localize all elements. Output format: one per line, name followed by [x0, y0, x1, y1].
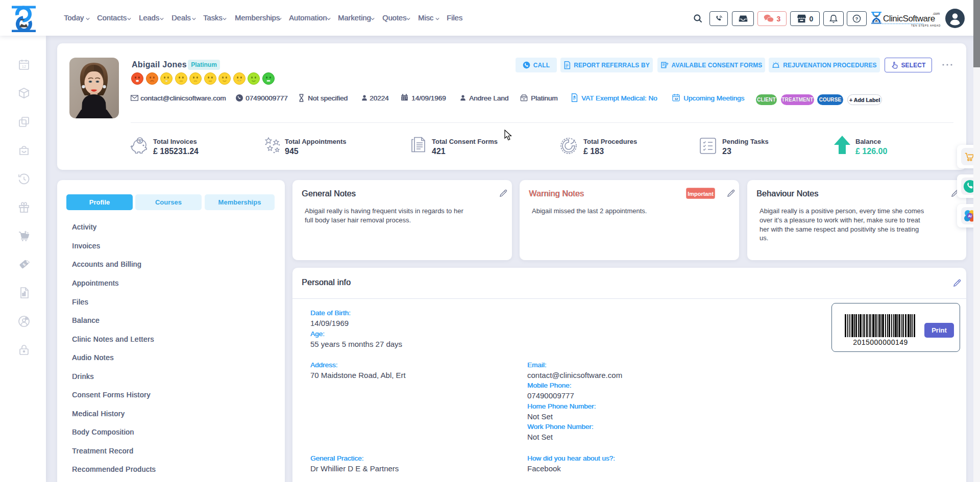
- svg-text:12: 12: [22, 64, 26, 69]
- svg-text:TEN STEPS AHEAD: TEN STEPS AHEAD: [911, 24, 941, 27]
- svg-text:?: ?: [855, 16, 859, 21]
- svg-text:.com: .com: [933, 12, 940, 15]
- svg-text:$: $: [139, 139, 141, 143]
- svg-text:ClinicSoftware: ClinicSoftware: [883, 14, 935, 23]
- svg-text:AI: AI: [968, 214, 972, 218]
